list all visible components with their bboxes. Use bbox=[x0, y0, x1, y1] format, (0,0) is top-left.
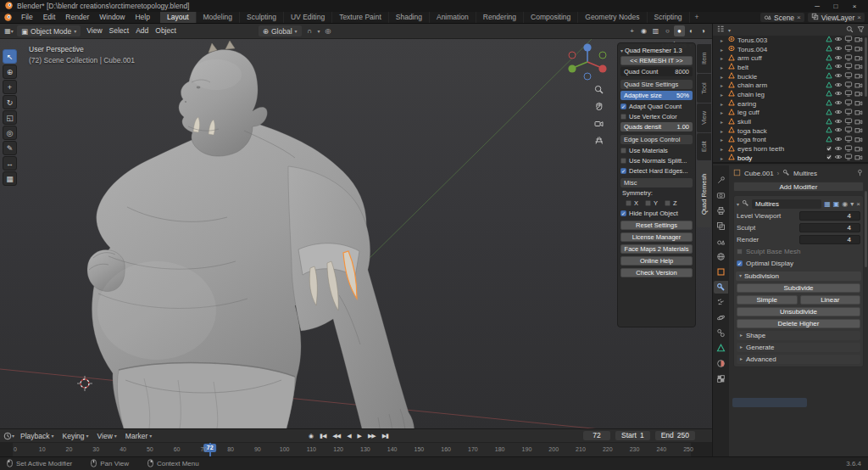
disable-in-viewports-icon[interactable] bbox=[844, 45, 853, 53]
timeline-editor-icon[interactable]: ▾ bbox=[3, 430, 14, 441]
disable-in-viewports-icon[interactable] bbox=[844, 54, 853, 63]
viewport-menu-view[interactable]: View bbox=[83, 25, 105, 36]
disable-in-renders-icon[interactable] bbox=[854, 45, 863, 53]
properties-tab-output[interactable] bbox=[714, 204, 728, 217]
hide-in-viewport-eye-icon[interactable] bbox=[834, 118, 843, 126]
outliner-row-leg-cuff[interactable]: ▸leg cuff bbox=[713, 109, 865, 118]
outliner-row-chain-arm[interactable]: ▸chain arm bbox=[713, 81, 865, 90]
disable-in-renders-icon[interactable] bbox=[854, 36, 863, 44]
jump-to-start-button[interactable]: ▮◀ bbox=[318, 432, 327, 440]
symmetry-z-checkbox[interactable]: Z bbox=[665, 199, 677, 207]
close-button[interactable]: × bbox=[845, 3, 864, 10]
properties-tab-modifiers[interactable] bbox=[714, 281, 728, 294]
properties-tab-particles[interactable] bbox=[714, 296, 728, 309]
maximize-button[interactable]: □ bbox=[826, 3, 845, 10]
disable-in-renders-icon[interactable] bbox=[854, 109, 863, 117]
frame-end-field[interactable]: End 250 bbox=[655, 431, 695, 440]
hide-input-object-checkbox[interactable]: ✓Hide Input Object bbox=[620, 209, 693, 217]
workspace-tab-geometry-nodes[interactable]: Geometry Nodes bbox=[578, 12, 647, 23]
quads-density-slider[interactable]: Quads densit 1.00 bbox=[620, 122, 693, 131]
online-help-button[interactable]: Online Help bbox=[620, 256, 693, 266]
properties-tab-constraints[interactable] bbox=[714, 327, 728, 339]
hide-in-viewport-eye-icon[interactable] bbox=[834, 45, 843, 53]
disclosure-icon[interactable]: ▸ bbox=[721, 146, 726, 152]
unlink-view-layer-icon[interactable]: × bbox=[857, 14, 861, 21]
hide-in-viewport-eye-icon[interactable] bbox=[834, 54, 843, 63]
timeline-menu-playback[interactable]: Playback ▾ bbox=[16, 432, 58, 440]
properties-tab-data[interactable] bbox=[714, 342, 728, 355]
breadcrumb-modifier[interactable]: Multires bbox=[793, 170, 817, 177]
navigation-gizmo[interactable] bbox=[561, 41, 614, 85]
section-misc[interactable]: Misc bbox=[620, 178, 693, 187]
outliner-row-buckle[interactable]: ▸buckle bbox=[713, 72, 865, 81]
disable-in-viewports-icon[interactable] bbox=[844, 63, 853, 71]
outliner-mode-dropdown-icon[interactable]: ▾ bbox=[728, 27, 731, 33]
gizmos-icon[interactable]: + bbox=[626, 25, 637, 36]
section-quad-size-settings[interactable]: Quad Size Settings bbox=[620, 80, 693, 89]
tool-transform[interactable]: ◎ bbox=[3, 126, 17, 140]
properties-tab-scene[interactable] bbox=[714, 235, 728, 248]
menu-edit[interactable]: Edit bbox=[38, 12, 61, 23]
blender-menu-logo-icon[interactable] bbox=[0, 12, 16, 23]
hide-in-viewport-eye-icon[interactable] bbox=[834, 99, 843, 108]
workspace-tab-modeling[interactable]: Modeling bbox=[197, 12, 241, 23]
remesh-it-button[interactable]: << REMESH IT >> bbox=[620, 56, 693, 65]
playhead[interactable]: 72 bbox=[209, 443, 211, 456]
sculpt-base-mesh-checkbox[interactable]: Sculpt Base Mesh bbox=[737, 247, 860, 256]
outliner-row-arm-cuff[interactable]: ▸arm cuff bbox=[713, 53, 865, 63]
hide-in-viewport-eye-icon[interactable] bbox=[834, 154, 843, 162]
mesh-data-icon[interactable] bbox=[826, 63, 832, 71]
properties-tab-world[interactable] bbox=[714, 250, 728, 263]
disclosure-icon[interactable]: ▸ bbox=[721, 101, 726, 107]
disable-in-viewports-icon[interactable] bbox=[844, 145, 853, 154]
disclosure-icon[interactable]: ▸ bbox=[721, 109, 726, 115]
outliner-row-toga-back[interactable]: ▸toga back bbox=[713, 126, 865, 136]
snap-magnet-icon[interactable]: ∩ bbox=[304, 25, 315, 36]
workspace-tab-texture-paint[interactable]: Texture Paint bbox=[332, 12, 389, 23]
properties-tab-object[interactable] bbox=[714, 266, 728, 278]
disclosure-icon[interactable]: ▸ bbox=[721, 37, 726, 43]
mesh-data-icon[interactable] bbox=[826, 118, 832, 126]
outliner-row-chain-leg[interactable]: ▸chain leg bbox=[713, 90, 865, 99]
outliner-row-eyes-horn-teeth[interactable]: ▸eyes horn teeth bbox=[713, 144, 865, 154]
perspective-toggle-icon[interactable] bbox=[594, 136, 604, 147]
workspace-tab-sculpting[interactable]: Sculpting bbox=[240, 12, 284, 23]
linear-button[interactable]: Linear bbox=[800, 295, 861, 305]
tool-measure[interactable]: ↔ bbox=[3, 156, 17, 171]
minimize-button[interactable]: ─ bbox=[808, 3, 826, 10]
symmetry-y-checkbox[interactable]: Y bbox=[645, 199, 658, 207]
workspace-tab-animation[interactable]: Animation bbox=[430, 12, 476, 23]
field-value-input[interactable]: 4 bbox=[799, 223, 860, 232]
timeline-menu-view[interactable]: View ▾ bbox=[93, 432, 121, 440]
hide-in-viewport-eye-icon[interactable] bbox=[834, 63, 843, 71]
disable-in-renders-icon[interactable] bbox=[854, 54, 863, 63]
sidebar-tab-edit[interactable]: Edit bbox=[697, 133, 711, 160]
overlays-icon[interactable]: ◉ bbox=[638, 25, 649, 36]
filter-icon[interactable] bbox=[857, 25, 865, 35]
mode-dropdown[interactable]: ▣ Object Mode ▾ bbox=[17, 25, 81, 36]
search-icon[interactable] bbox=[846, 25, 854, 35]
camera-view-icon[interactable] bbox=[594, 119, 604, 130]
section-advanced[interactable]: ▸Advanced bbox=[737, 355, 860, 364]
disclosure-icon[interactable]: ▸ bbox=[721, 47, 726, 53]
disable-in-renders-icon[interactable] bbox=[854, 63, 863, 71]
outliner-scrollbar[interactable] bbox=[865, 37, 867, 97]
disable-in-renders-icon[interactable] bbox=[854, 72, 863, 81]
mesh-data-icon[interactable] bbox=[826, 36, 832, 44]
outliner-row-earing[interactable]: ▸earing bbox=[713, 99, 865, 109]
display-edit-mode-toggle-icon[interactable]: ▦ bbox=[824, 200, 831, 208]
selectability-checkbox-icon[interactable] bbox=[826, 154, 832, 162]
selectability-checkbox-icon[interactable] bbox=[826, 145, 832, 154]
detect-hard-edges-checkbox[interactable]: ✓Detect H­ard Edges... bbox=[620, 166, 693, 175]
delete-higher-button[interactable]: Delete Higher bbox=[737, 319, 860, 328]
workspace-tab-compositing[interactable]: Compositing bbox=[524, 12, 578, 23]
properties-tab-tool[interactable] bbox=[714, 174, 728, 187]
menu-window[interactable]: Window bbox=[94, 12, 130, 23]
mesh-data-icon[interactable] bbox=[826, 45, 832, 53]
menu-help[interactable]: Help bbox=[130, 12, 154, 23]
hide-in-viewport-eye-icon[interactable] bbox=[834, 109, 843, 117]
disable-in-renders-icon[interactable] bbox=[854, 99, 863, 108]
sidebar-tab-quad-remesh[interactable]: Quad Remesh bbox=[697, 161, 711, 227]
disclosure-icon[interactable]: ▸ bbox=[721, 55, 726, 61]
disable-in-viewports-icon[interactable] bbox=[844, 136, 853, 144]
